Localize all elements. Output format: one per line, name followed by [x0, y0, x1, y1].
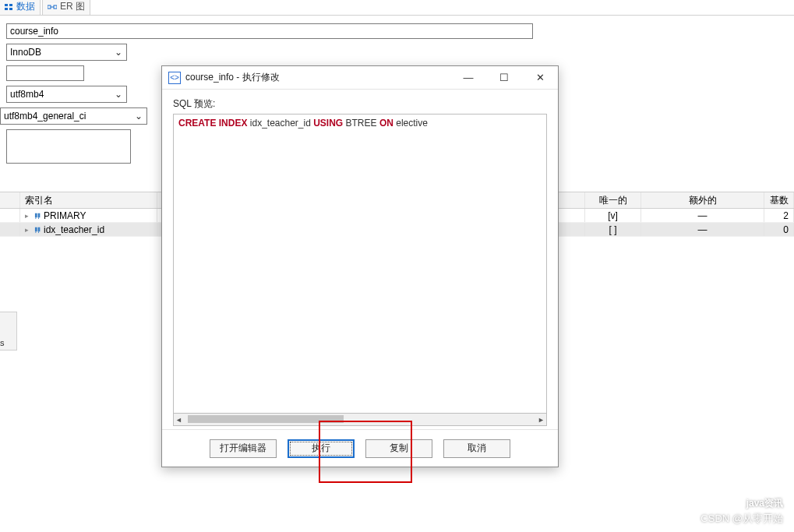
- cancel-button[interactable]: 取消: [443, 439, 510, 458]
- watermark-line1: java资讯: [746, 498, 783, 509]
- scroll-right-icon[interactable]: ►: [538, 416, 545, 424]
- er-tab-icon: [48, 2, 57, 12]
- row-extra: —: [641, 209, 764, 222]
- close-button[interactable]: ✕: [522, 66, 558, 89]
- horizontal-scrollbar[interactable]: ◄ ►: [173, 414, 547, 426]
- chevron-down-icon: ⌄: [132, 111, 145, 122]
- expand-icon[interactable]: ▸: [25, 226, 33, 234]
- open-editor-button[interactable]: 打开编辑器: [210, 439, 277, 458]
- dialog-title: course_info - 执行修改: [185, 71, 450, 84]
- engine-value: InnoDB: [10, 47, 41, 58]
- side-panel-label: ics: [0, 338, 4, 347]
- minimize-button[interactable]: —: [450, 66, 486, 89]
- collation-combo[interactable]: utf8mb4_general_ci ⌄: [0, 107, 147, 125]
- watermark-line2: CSDN @从零开始: [700, 512, 783, 526]
- row-name: idx_teacher_id: [44, 224, 104, 235]
- expand-icon[interactable]: ▸: [25, 212, 33, 220]
- svg-rect-5: [54, 5, 57, 9]
- svg-rect-1: [9, 4, 12, 6]
- tab-data[interactable]: 数据: [0, 0, 41, 15]
- row-unique: [ ]: [585, 223, 641, 236]
- svg-point-16: [734, 500, 741, 507]
- chevron-down-icon: ⌄: [112, 89, 125, 100]
- col-cardinality[interactable]: 基数: [764, 192, 794, 208]
- blank-input[interactable]: [6, 65, 84, 81]
- row-cardinality: 0: [764, 223, 794, 236]
- comment-textarea[interactable]: [6, 129, 131, 164]
- row-unique: [v]: [585, 209, 641, 222]
- svg-rect-3: [9, 8, 12, 10]
- col-unique[interactable]: 唯一的: [585, 192, 641, 208]
- execute-button[interactable]: 执行: [288, 439, 355, 458]
- row-name: PRIMARY: [44, 210, 86, 221]
- execute-changes-dialog: <> course_info - 执行修改 — ☐ ✕ SQL 预览: CREA…: [161, 65, 559, 467]
- row-cardinality: 2: [764, 209, 794, 222]
- sql-preview-textarea[interactable]: CREATE INDEX idx_teacher_id USING BTREE …: [173, 114, 547, 414]
- index-icon: [33, 225, 44, 234]
- sql-file-icon: <>: [168, 72, 181, 84]
- scroll-thumb[interactable]: [188, 415, 344, 423]
- svg-rect-8: [37, 213, 40, 218]
- col-extra[interactable]: 额外的: [641, 192, 764, 208]
- wechat-icon: [726, 494, 743, 513]
- svg-rect-4: [48, 5, 51, 9]
- editor-tabs: 数据 ER 图: [0, 0, 794, 16]
- index-icon: [33, 211, 44, 220]
- engine-combo[interactable]: InnoDB ⌄: [6, 44, 127, 61]
- watermark: java资讯 CSDN @从零开始: [700, 494, 783, 526]
- row-extra: —: [641, 223, 764, 236]
- chevron-down-icon: ⌄: [112, 47, 125, 58]
- charset-value: utf8mb4: [10, 89, 44, 100]
- maximize-button[interactable]: ☐: [486, 66, 522, 89]
- sql-preview-label: SQL 预览:: [173, 97, 547, 111]
- svg-rect-2: [5, 8, 8, 10]
- tab-er-label: ER 图: [60, 0, 85, 13]
- data-tab-icon: [4, 2, 13, 12]
- dialog-footer: 打开编辑器 执行 复制 取消: [162, 429, 558, 467]
- svg-rect-7: [34, 213, 37, 218]
- charset-combo[interactable]: utf8mb4 ⌄: [6, 86, 127, 103]
- scroll-left-icon[interactable]: ◄: [175, 416, 182, 424]
- collation-value: utf8mb4_general_ci: [4, 111, 86, 122]
- tab-er[interactable]: ER 图: [42, 0, 90, 15]
- col-index-name[interactable]: 索引名: [20, 192, 157, 208]
- table-name-input[interactable]: [6, 23, 533, 39]
- tab-data-label: 数据: [16, 0, 35, 13]
- dialog-titlebar[interactable]: <> course_info - 执行修改 — ☐ ✕: [162, 66, 558, 90]
- svg-rect-11: [34, 227, 37, 232]
- svg-rect-0: [5, 4, 8, 6]
- svg-rect-12: [37, 227, 40, 232]
- copy-button[interactable]: 复制: [365, 439, 432, 458]
